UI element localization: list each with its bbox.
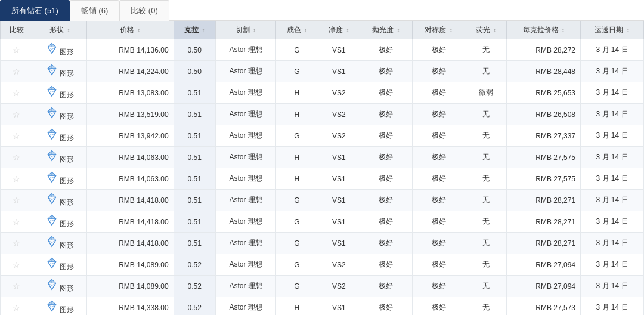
svg-line-17 [52, 90, 56, 97]
tabs-bar: 所有钻石 (51) 畅销 (6) 比较 (0) [0, 0, 644, 21]
svg-line-31 [52, 133, 56, 140]
cell-cut: Astor 理想 [215, 82, 275, 104]
cell-cut: Astor 理想 [215, 254, 275, 276]
star-icon[interactable]: ☆ [13, 196, 20, 205]
cell-fluorescence: 无 [465, 61, 507, 82]
cell-ppc: RMB 27,573 [507, 297, 581, 316]
cut-sort-icon: ↕ [253, 27, 256, 33]
cell-polish: 极好 [360, 147, 412, 168]
fluorescence-sort-icon: ↕ [493, 27, 496, 33]
svg-line-87 [52, 305, 56, 311]
table-row: ☆ 图形 RMB 13,942.00 0.51 Astor 理想 G VS2 极… [1, 125, 644, 147]
cell-cut: Astor 理想 [215, 39, 275, 61]
shipdate-sort-icon: ↕ [627, 27, 630, 33]
cell-shipdate: 3 月 14 日 [581, 147, 644, 168]
cell-clarity: VS2 [318, 82, 360, 104]
col-ppc[interactable]: 每克拉价格 ↕ [507, 21, 581, 39]
star-icon[interactable]: ☆ [13, 303, 20, 313]
cell-price: RMB 14,418.00 [86, 190, 174, 211]
cell-ppc: RMB 27,575 [507, 168, 581, 190]
cell-compare: ☆ [1, 233, 33, 254]
col-price[interactable]: 价格 ↕ [86, 21, 174, 39]
cell-shipdate: 3 月 14 日 [581, 233, 644, 254]
cell-price: RMB 14,136.00 [86, 39, 174, 61]
star-icon[interactable]: ☆ [13, 153, 20, 162]
diamond-shape-icon [46, 171, 58, 183]
cell-shape: 图形 [33, 168, 86, 190]
cell-shipdate: 3 月 14 日 [581, 276, 644, 297]
star-icon[interactable]: ☆ [13, 260, 20, 270]
tab-popular[interactable]: 畅销 (6) [70, 0, 120, 21]
col-shape[interactable]: 形状 ↕ [33, 21, 86, 39]
cell-compare: ☆ [1, 254, 33, 276]
cell-carat: 0.51 [174, 82, 215, 104]
col-carat[interactable]: 克拉 ↑ [174, 21, 215, 39]
col-symmetry[interactable]: 对称度 ↕ [412, 21, 465, 39]
cell-color: H [276, 82, 318, 104]
shape-label: 图形 [60, 177, 74, 185]
star-icon[interactable]: ☆ [13, 282, 20, 291]
diamond-shape-icon [46, 279, 58, 291]
cell-fluorescence: 微弱 [465, 82, 507, 104]
cell-compare: ☆ [1, 104, 33, 125]
cell-color: G [276, 61, 318, 82]
col-clarity[interactable]: 净度 ↕ [318, 21, 360, 39]
cell-ppc: RMB 26,508 [507, 104, 581, 125]
star-icon[interactable]: ☆ [13, 239, 20, 248]
table-row: ☆ 图形 RMB 13,519.00 0.51 Astor 理想 H VS2 极… [1, 104, 644, 125]
cell-color: H [276, 297, 318, 316]
cell-shape: 图形 [33, 147, 86, 168]
star-icon[interactable]: ☆ [13, 217, 20, 227]
cell-shipdate: 3 月 14 日 [581, 104, 644, 125]
table-row: ☆ 图形 RMB 14,224.00 0.50 Astor 理想 G VS1 极… [1, 61, 644, 82]
diamond-shape-icon [46, 150, 58, 162]
star-icon[interactable]: ☆ [13, 131, 20, 141]
cell-fluorescence: 无 [465, 297, 507, 316]
cell-color: G [276, 211, 318, 233]
cell-ppc: RMB 25,653 [507, 82, 581, 104]
cell-polish: 极好 [360, 254, 412, 276]
tab-all[interactable]: 所有钻石 (51) [0, 0, 70, 21]
svg-line-24 [52, 112, 56, 118]
cell-carat: 0.51 [174, 168, 215, 190]
svg-line-65 [48, 240, 52, 247]
cell-clarity: VS1 [318, 147, 360, 168]
cell-shape: 图形 [33, 297, 86, 316]
cell-compare: ☆ [1, 125, 33, 147]
cell-clarity: VS1 [318, 39, 360, 61]
star-icon[interactable]: ☆ [13, 110, 20, 119]
table-row: ☆ 图形 RMB 14,136.00 0.50 Astor 理想 G VS1 极… [1, 39, 644, 61]
col-shipdate[interactable]: 运送日期 ↕ [581, 21, 644, 39]
cell-color: G [276, 276, 318, 297]
cell-compare: ☆ [1, 211, 33, 233]
tab-compare[interactable]: 比较 (0) [119, 0, 169, 21]
col-color[interactable]: 成色 ↕ [276, 21, 318, 39]
table-row: ☆ 图形 RMB 14,418.00 0.51 Astor 理想 G VS1 极… [1, 233, 644, 254]
svg-line-10 [52, 69, 56, 75]
svg-line-79 [48, 283, 52, 290]
cell-polish: 极好 [360, 190, 412, 211]
col-cut[interactable]: 切割 ↕ [215, 21, 275, 39]
cell-compare: ☆ [1, 147, 33, 168]
star-icon[interactable]: ☆ [13, 88, 20, 98]
star-icon[interactable]: ☆ [13, 67, 20, 76]
col-compare[interactable]: 比较 [1, 21, 33, 39]
cell-shape: 图形 [33, 254, 86, 276]
svg-line-59 [52, 219, 56, 226]
cell-fluorescence: 无 [465, 233, 507, 254]
cell-shipdate: 3 月 14 日 [581, 190, 644, 211]
star-icon[interactable]: ☆ [13, 174, 20, 184]
diamond-shape-icon [46, 64, 58, 76]
cell-ppc: RMB 27,575 [507, 147, 581, 168]
cell-polish: 极好 [360, 82, 412, 104]
col-fluorescence[interactable]: 荧光 ↕ [465, 21, 507, 39]
cell-symmetry: 极好 [412, 125, 465, 147]
cell-price: RMB 13,519.00 [86, 104, 174, 125]
cell-carat: 0.51 [174, 147, 215, 168]
star-icon[interactable]: ☆ [13, 45, 20, 55]
table-row: ☆ 图形 RMB 14,338.00 0.52 Astor 理想 H VS1 极… [1, 297, 644, 316]
cell-clarity: VS2 [318, 254, 360, 276]
cell-price: RMB 14,418.00 [86, 211, 174, 233]
shape-label: 图形 [60, 48, 74, 56]
col-polish[interactable]: 抛光度 ↕ [360, 21, 412, 39]
